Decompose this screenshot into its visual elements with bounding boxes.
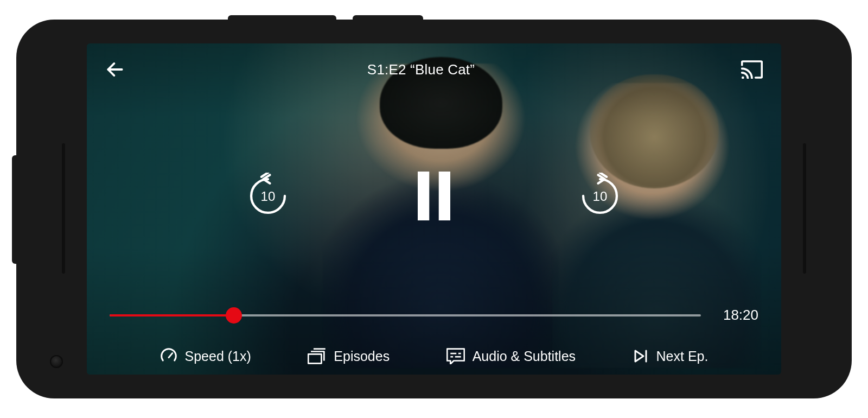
speedometer-icon xyxy=(160,347,177,365)
svg-line-6 xyxy=(169,353,173,358)
phone-camera xyxy=(50,355,63,368)
audio-subtitles-label: Audio & Subtitles xyxy=(473,349,576,364)
pause-button[interactable] xyxy=(401,163,467,229)
svg-marker-13 xyxy=(635,351,643,362)
cast-button[interactable] xyxy=(739,58,765,81)
svg-point-1 xyxy=(742,77,744,79)
forward-10-icon: 10 xyxy=(577,173,623,219)
progress-fill xyxy=(110,314,234,316)
audio-subtitles-button[interactable]: Audio & Subtitles xyxy=(446,348,576,364)
subtitles-icon xyxy=(446,348,465,364)
svg-text:10: 10 xyxy=(261,188,276,203)
forward-10-button[interactable]: 10 xyxy=(575,171,625,221)
svg-rect-7 xyxy=(309,354,322,363)
player-overlay: S1:E2 “Blue Cat” 10 xyxy=(87,43,781,375)
next-episode-label: Next Ep. xyxy=(656,349,709,364)
episode-title: S1:E2 “Blue Cat” xyxy=(103,61,739,78)
phone-speaker-right xyxy=(803,143,806,274)
rewind-10-button[interactable]: 10 xyxy=(243,171,293,221)
episodes-icon xyxy=(308,348,326,364)
time-remaining: 18:20 xyxy=(715,307,758,324)
svg-rect-3 xyxy=(418,172,429,220)
next-episode-icon xyxy=(633,348,649,364)
rewind-10-icon: 10 xyxy=(245,173,291,219)
episodes-label: Episodes xyxy=(334,349,390,364)
phone-speaker-left xyxy=(62,143,65,274)
progress-bar[interactable] xyxy=(110,308,701,323)
cast-icon xyxy=(741,60,763,79)
svg-rect-4 xyxy=(439,172,450,220)
svg-text:10: 10 xyxy=(593,188,608,203)
speed-label: Speed (1x) xyxy=(185,349,251,364)
progress-knob[interactable] xyxy=(226,307,242,324)
next-episode-button[interactable]: Next Ep. xyxy=(633,348,709,364)
pause-icon xyxy=(413,172,455,220)
speed-button[interactable]: Speed (1x) xyxy=(160,347,251,365)
video-player-screen: S1:E2 “Blue Cat” 10 xyxy=(87,43,781,375)
phone-frame: S1:E2 “Blue Cat” 10 xyxy=(16,20,852,398)
episodes-button[interactable]: Episodes xyxy=(308,348,390,364)
